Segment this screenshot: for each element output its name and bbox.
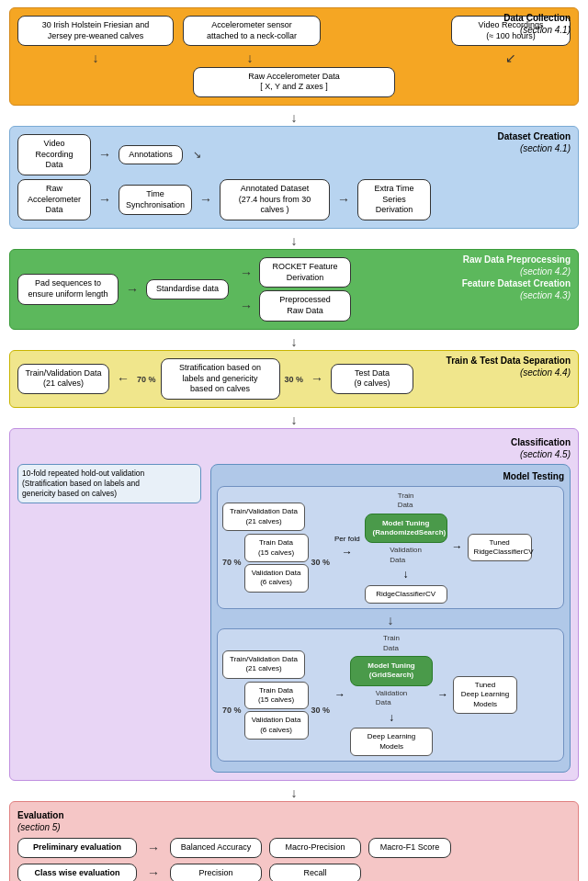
arrow-dl-tuned: → [437, 688, 448, 703]
preliminary-row: Preliminary evaluation → Balanced Accura… [17, 838, 571, 858]
box-macro-precision: Macro-Precision [269, 838, 361, 858]
arrow-pad-std: → [123, 281, 141, 298]
classwise-row: Class wise evaluation → Precision Recall [17, 864, 571, 881]
box-train-15-ridge: Train Data(15 calves) [244, 534, 309, 562]
pct-70-dl: 70 % [222, 706, 242, 717]
box-tuned-ridge: TunedRidgeClassifierCV [468, 534, 532, 562]
box-train-val-21-dl: Train/Validation Data(21 calves) [222, 650, 305, 679]
box-train-15-dl: Train Data(15 calves) [244, 682, 309, 710]
arrow-strat-test: → [308, 370, 326, 387]
arrow-between-ds-rdp: ↓ [9, 234, 579, 247]
main-container: Data Collection (section 4.1) 30 Irish H… [0, 0, 588, 881]
box-macro-f1: Macro-F1 Score [368, 838, 451, 858]
arrow-vr-ann: → [96, 146, 114, 163]
ds-top-row: Video RecordingData → Annotations ↘ [17, 134, 571, 175]
rdp-label: Raw Data Preprocessing (section 4.2) Fea… [462, 254, 571, 301]
dl-tuning: TrainData Model Tuning(GridSearch) Valid… [350, 634, 433, 756]
box-model-tuning-ridge: Model Tuning(RandomizedSearch) [365, 514, 447, 544]
ridge-left: Train/Validation Data(21 calves) 70 % Tr… [222, 503, 330, 592]
box-annotations: Annotations [119, 145, 183, 165]
dl-arrows: → [334, 688, 345, 703]
arrow-ridge-tuned: → [452, 540, 463, 555]
arrow-classwise: → [144, 864, 163, 881]
ridge-subsection: Train/Validation Data(21 calves) 70 % Tr… [217, 486, 564, 609]
box-ridgecv: RidgeClassifierCV [365, 585, 447, 604]
box-preliminary: Preliminary evaluation [17, 838, 137, 858]
dc-raw-data-row: Raw Accelerometer Data[ X, Y and Z axes … [17, 67, 571, 97]
dc-top-row: 30 Irish Holstein Friesian andJersey pre… [17, 16, 571, 46]
pct-70-tts: 70 % [137, 375, 156, 384]
dataset-creation-label: Dataset Creation (section 4.1) [498, 130, 571, 154]
box-standardise: Standardise data [146, 279, 229, 299]
arrow-ra-ts: → [96, 191, 114, 208]
section-raw-data-preprocessing: Raw Data Preprocessing (section 4.2) Fea… [9, 249, 579, 330]
dc-bottom-row: ↓ ↓ ↙ [17, 50, 571, 66]
arrow-down-calves: ↓ [17, 51, 174, 64]
box-extra-ts: Extra Time SeriesDerivation [357, 179, 431, 220]
box-calves: 30 Irish Holstein Friesian andJersey pre… [17, 16, 174, 46]
arrow-ad-ets: → [334, 191, 353, 208]
data-collection-label: Data Collection (section 4.1) [503, 12, 571, 36]
box-train-val-tts: Train/Validation Data(21 calves) [17, 364, 109, 394]
arrow-between-tts-cls: ↓ [9, 413, 579, 426]
box-recall: Recall [269, 864, 361, 881]
box-video-recording: Video RecordingData [17, 134, 91, 175]
arrow-prelim: → [144, 840, 163, 856]
box-rocket: ROCKET FeatureDerivation [259, 257, 351, 288]
pct-70-ridge: 70 % [222, 558, 242, 569]
eval-label-container: Evaluation (section 5) [17, 809, 571, 833]
section-train-test: Train & Test Data Separation (section 4.… [9, 350, 579, 408]
box-time-sync: TimeSynchronisation [119, 185, 192, 215]
box-precision: Precision [170, 864, 262, 881]
box-pad: Pad sequences toensure uniform length [17, 274, 119, 304]
arrow-tts-back: ← [114, 370, 132, 387]
section-data-collection: Data Collection (section 4.1) 30 Irish H… [9, 7, 579, 106]
per-fold-label: Per fold [334, 535, 360, 544]
dl-subsection: Train/Validation Data(21 calves) 70 % Tr… [217, 628, 564, 762]
ds-bottom-row: Raw AccelerometerData → TimeSynchronisat… [17, 179, 571, 220]
model-testing-box: Model Testing Train/Validation Data(21 c… [210, 464, 571, 773]
box-val-6-dl: Validation Data(6 calves) [244, 711, 309, 740]
arrow-down-sensor: ↓ [181, 51, 319, 64]
section-classification: Classification (section 4.5) 10-fold rep… [9, 428, 579, 781]
box-balanced-acc: Balanced Accuracy [170, 838, 262, 858]
cls-label: Classification (section 4.5) [17, 436, 571, 460]
box-raw-accel: Raw Accelerometer Data[ X, Y and Z axes … [193, 67, 395, 97]
arrow-std-rocket: → [237, 265, 255, 281]
arrow-ann-down: ↘ [187, 148, 206, 161]
cls-left: 10-fold repeated hold-out validation(Str… [17, 464, 201, 773]
arrow-between-cls-eval: ↓ [9, 786, 579, 799]
arrow-ts-ad: → [197, 191, 215, 208]
box-preprocessed: PreprocessedRaw Data [259, 290, 351, 321]
ridge-row: Train/Validation Data(21 calves) 70 % Tr… [222, 491, 559, 604]
pct-30-dl: 30 % [311, 706, 331, 717]
pct-30-tts: 30 % [285, 375, 304, 384]
cls-content: 10-fold repeated hold-out validation(Str… [17, 464, 571, 773]
arrow-between-ridge-dl: ↓ [217, 614, 564, 627]
arrow-between-dc-ds: ↓ [9, 111, 579, 124]
pct-30-ridge: 30 % [311, 558, 331, 569]
tts-label: Train & Test Data Separation (section 4.… [447, 355, 571, 378]
model-testing-label: Model Testing [217, 470, 564, 482]
section-evaluation: Evaluation (section 5) Preliminary evalu… [9, 801, 579, 881]
box-raw-accel-ds: Raw AccelerometerData [17, 179, 91, 220]
box-deep-learning: Deep LearningModels [350, 728, 433, 756]
dl-row: Train/Validation Data(21 calves) 70 % Tr… [222, 634, 559, 756]
box-train-val-21-ridge: Train/Validation Data(21 calves) [222, 503, 305, 531]
ridge-arrows: Per fold → [334, 535, 360, 560]
section-dataset-creation: Dataset Creation (section 4.1) Video Rec… [9, 126, 579, 229]
box-val-6-ridge: Validation Data(6 calves) [244, 564, 309, 593]
arrow-between-rdp-tts: ↓ [9, 335, 579, 348]
ridge-tuning: TrainData Model Tuning(RandomizedSearch)… [365, 491, 447, 604]
box-model-tuning-dl: Model Tuning(GridSearch) [350, 656, 433, 686]
dl-left: Train/Validation Data(21 calves) 70 % Tr… [222, 650, 330, 740]
box-sensor: Accelerometer sensorattached to a neck-c… [183, 16, 321, 46]
box-tuned-deep-learning: TunedDeep LearningModels [453, 676, 517, 714]
holdout-box: 10-fold repeated hold-out validation(Str… [17, 464, 201, 503]
arrow-std-preprocessed: → [237, 298, 255, 314]
box-stratification: Stratification based onlabels and generi… [161, 358, 280, 400]
box-class-wise: Class wise evaluation [17, 864, 137, 881]
box-test-data: Test Data(9 calves) [331, 364, 413, 394]
box-annotated-dataset: Annotated Dataset(27.4 hours from 30 cal… [220, 179, 330, 220]
